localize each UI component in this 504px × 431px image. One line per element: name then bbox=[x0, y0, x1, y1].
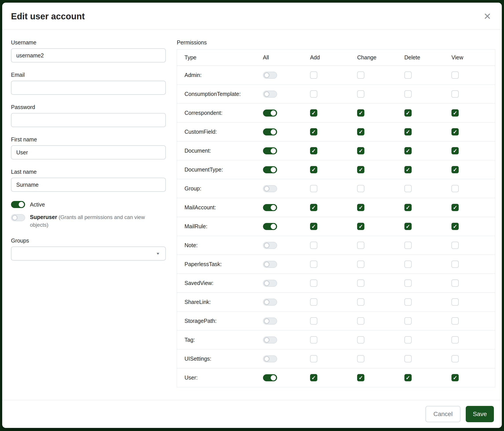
permission-add-checkbox[interactable] bbox=[310, 298, 317, 306]
permission-add-checkbox[interactable]: ✓ bbox=[310, 204, 317, 211]
permission-all-toggle[interactable] bbox=[263, 242, 277, 249]
permission-view-checkbox[interactable]: ✓ bbox=[451, 109, 459, 117]
permission-add-checkbox[interactable]: ✓ bbox=[310, 147, 317, 154]
permission-all-toggle[interactable] bbox=[263, 90, 277, 98]
permission-add-checkbox[interactable]: ✓ bbox=[310, 128, 317, 135]
permission-view-checkbox[interactable] bbox=[451, 260, 459, 268]
permission-delete-checkbox[interactable]: ✓ bbox=[404, 374, 412, 381]
groups-select[interactable]: ▼ bbox=[11, 246, 166, 260]
permission-change-checkbox[interactable] bbox=[357, 298, 364, 306]
permission-add-checkbox[interactable]: ✓ bbox=[310, 109, 317, 117]
permission-delete-checkbox[interactable] bbox=[404, 355, 412, 362]
permission-delete-checkbox[interactable] bbox=[404, 72, 412, 79]
permission-add-checkbox[interactable]: ✓ bbox=[310, 166, 317, 173]
permission-all-toggle[interactable] bbox=[263, 147, 277, 154]
permission-view-checkbox[interactable] bbox=[451, 279, 459, 287]
permission-all-toggle[interactable] bbox=[263, 355, 277, 362]
permission-delete-checkbox[interactable] bbox=[404, 336, 412, 343]
permission-view-checkbox[interactable] bbox=[451, 317, 459, 324]
permission-all-toggle[interactable] bbox=[263, 336, 277, 343]
password-input[interactable] bbox=[11, 113, 166, 127]
permission-change-checkbox[interactable] bbox=[357, 279, 364, 287]
cancel-button[interactable]: Cancel bbox=[425, 406, 460, 422]
permission-add-checkbox[interactable] bbox=[310, 72, 317, 79]
active-toggle[interactable] bbox=[11, 201, 25, 208]
permission-delete-checkbox[interactable] bbox=[404, 90, 412, 98]
toggle-knob bbox=[264, 186, 269, 191]
permission-delete-checkbox[interactable] bbox=[404, 279, 412, 287]
permission-change-checkbox[interactable] bbox=[357, 355, 364, 362]
permission-view-checkbox[interactable]: ✓ bbox=[451, 147, 459, 154]
permission-add-checkbox[interactable]: ✓ bbox=[310, 374, 317, 381]
permission-add-checkbox[interactable] bbox=[310, 260, 317, 268]
last-name-input[interactable] bbox=[11, 178, 166, 192]
username-input[interactable] bbox=[11, 48, 166, 63]
permission-delete-checkbox[interactable]: ✓ bbox=[404, 109, 412, 117]
permission-all-toggle[interactable] bbox=[263, 128, 277, 135]
user-form: Username Email Password First name Last … bbox=[11, 39, 166, 270]
permission-delete-checkbox[interactable] bbox=[404, 298, 412, 306]
permission-change-checkbox[interactable] bbox=[357, 260, 364, 268]
permission-change-checkbox[interactable] bbox=[357, 72, 364, 79]
permission-delete-checkbox[interactable] bbox=[404, 260, 412, 268]
permission-change-checkbox[interactable]: ✓ bbox=[357, 166, 364, 173]
permission-row: SavedView: bbox=[177, 274, 495, 293]
permission-delete-checkbox[interactable]: ✓ bbox=[404, 204, 412, 211]
permission-view-checkbox[interactable]: ✓ bbox=[451, 374, 459, 381]
permission-view-checkbox[interactable] bbox=[451, 72, 459, 79]
permission-change-checkbox[interactable]: ✓ bbox=[357, 147, 364, 154]
permission-change-checkbox[interactable] bbox=[357, 185, 364, 192]
permission-change-checkbox[interactable]: ✓ bbox=[357, 109, 364, 117]
permission-change-checkbox[interactable]: ✓ bbox=[357, 374, 364, 381]
username-field-group: Username bbox=[11, 39, 166, 63]
permission-all-toggle[interactable] bbox=[263, 72, 277, 79]
permission-view-checkbox[interactable]: ✓ bbox=[451, 166, 459, 173]
permission-delete-checkbox[interactable]: ✓ bbox=[404, 128, 412, 135]
superuser-toggle[interactable] bbox=[11, 214, 25, 221]
permission-change-checkbox[interactable]: ✓ bbox=[357, 204, 364, 211]
permission-view-checkbox[interactable] bbox=[451, 336, 459, 343]
permission-change-checkbox[interactable] bbox=[357, 90, 364, 98]
permission-change-checkbox[interactable]: ✓ bbox=[357, 128, 364, 135]
permission-add-checkbox[interactable] bbox=[310, 336, 317, 343]
permission-delete-checkbox[interactable]: ✓ bbox=[404, 147, 412, 154]
permission-add-checkbox[interactable] bbox=[310, 317, 317, 324]
save-button[interactable]: Save bbox=[466, 406, 494, 422]
permission-add-checkbox[interactable] bbox=[310, 185, 317, 192]
permission-view-checkbox[interactable] bbox=[451, 242, 459, 249]
permission-view-checkbox[interactable] bbox=[451, 355, 459, 362]
permission-view-checkbox[interactable]: ✓ bbox=[451, 204, 459, 211]
permission-change-checkbox[interactable] bbox=[357, 317, 364, 324]
permission-all-toggle[interactable] bbox=[263, 204, 277, 211]
close-button[interactable]: ✕ bbox=[482, 11, 493, 22]
permission-all-toggle[interactable] bbox=[263, 109, 277, 117]
permission-view-checkbox[interactable] bbox=[451, 185, 459, 192]
permission-all-toggle[interactable] bbox=[263, 299, 277, 306]
permission-all-toggle[interactable] bbox=[263, 223, 277, 230]
permission-add-checkbox[interactable]: ✓ bbox=[310, 223, 317, 230]
permission-delete-checkbox[interactable]: ✓ bbox=[404, 166, 412, 173]
permission-view-checkbox[interactable]: ✓ bbox=[451, 128, 459, 135]
permission-delete-checkbox[interactable] bbox=[404, 185, 412, 192]
permission-delete-checkbox[interactable] bbox=[404, 317, 412, 324]
permission-delete-checkbox[interactable]: ✓ bbox=[404, 223, 412, 230]
permission-view-checkbox[interactable] bbox=[451, 90, 459, 98]
permission-add-checkbox[interactable] bbox=[310, 279, 317, 287]
permission-change-checkbox[interactable] bbox=[357, 336, 364, 343]
permission-add-checkbox[interactable] bbox=[310, 242, 317, 249]
permission-all-toggle[interactable] bbox=[263, 280, 277, 287]
permission-all-toggle[interactable] bbox=[263, 185, 277, 192]
permission-change-checkbox[interactable]: ✓ bbox=[357, 223, 364, 230]
permission-change-checkbox[interactable] bbox=[357, 242, 364, 249]
permission-delete-checkbox[interactable] bbox=[404, 242, 412, 249]
permission-add-checkbox[interactable] bbox=[310, 90, 317, 98]
permission-all-toggle[interactable] bbox=[263, 374, 277, 381]
permission-all-toggle[interactable] bbox=[263, 261, 277, 268]
permission-all-toggle[interactable] bbox=[263, 317, 277, 324]
permission-add-checkbox[interactable] bbox=[310, 355, 317, 362]
email-input[interactable] bbox=[11, 81, 166, 95]
permission-all-toggle[interactable] bbox=[263, 166, 277, 173]
permission-view-checkbox[interactable] bbox=[451, 298, 459, 306]
first-name-input[interactable] bbox=[11, 145, 166, 159]
permission-view-checkbox[interactable]: ✓ bbox=[451, 223, 459, 230]
